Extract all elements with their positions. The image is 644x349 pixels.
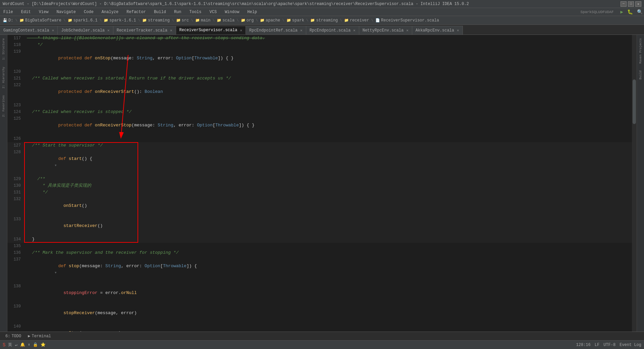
line-code: onStart() [24, 196, 637, 216]
status-ime-label: 英 [8, 342, 12, 348]
structure-panel-icon[interactable]: 1: Structure [2, 38, 5, 60]
folder-icon: 📁 [176, 18, 181, 22]
event-log[interactable]: Event Log [620, 343, 641, 347]
tab-close-rpcendpoint[interactable]: ✕ [353, 28, 356, 33]
breadcrumb-drive[interactable]: 💾D: [1, 17, 14, 23]
code-editor[interactable]: 117 * things like [[BlockGenerator]]s ar… [7, 35, 637, 332]
line-row: 119 protected def onStop(message: String… [7, 48, 637, 68]
tab-gamingcontext[interactable]: GamingContext.scala ✕ [0, 26, 58, 35]
tab-label: RpcEndpointRef.scala [249, 28, 298, 33]
tab-rpcendpoint[interactable]: RpcEndpoint.scala ✕ [306, 26, 359, 35]
tab-close-rpcendpointref[interactable]: ✕ [300, 28, 303, 33]
window-controls[interactable]: ─ □ ✕ [621, 1, 641, 7]
line-row: 125 protected def onReceiverStop(message… [7, 115, 637, 135]
breadcrumb-streaming2[interactable]: 📁streaming [309, 17, 339, 23]
line-row: 122 protected def onReceiverStart(): Boo… [7, 82, 637, 102]
tab-close-receivertracker[interactable]: ✕ [170, 28, 172, 33]
tab-close-gamingcontext[interactable]: ✕ [52, 28, 54, 33]
line-code: def start() { ▾ [24, 149, 637, 176]
left-sidebar: 1: Structure 2: Hierarchy 2: Favorites [0, 35, 7, 332]
line-row: 124 /** Called when receiver is stopped … [7, 109, 637, 115]
line-number: 131 [7, 189, 24, 196]
breadcrumb-scala[interactable]: 📁scala [215, 17, 236, 23]
maven-projects-panel[interactable]: Maven Projects [639, 38, 642, 64]
maximize-button[interactable]: □ [628, 1, 634, 7]
breadcrumb-main[interactable]: 📁main [194, 17, 212, 23]
menu-view[interactable]: View [37, 9, 51, 15]
breadcrumb-bar: 💾D: \ 📁BigDataSoftware \ 📁spark1.6.1 \ 📁… [0, 16, 644, 25]
line-row: 135 [7, 243, 637, 249]
line-number: 119 [7, 48, 24, 68]
breadcrumb-apache[interactable]: 📁apache [259, 17, 281, 23]
drive-icon: 💾 [3, 18, 7, 22]
todo-tab[interactable]: 6: TODO [3, 333, 24, 339]
menu-tools[interactable]: Tools [187, 9, 204, 15]
status-icon1: ↵ [15, 342, 17, 347]
menu-vcs[interactable]: VCS [208, 9, 219, 15]
line-code: stopReceiver(message, error) [24, 303, 637, 323]
tab-receivertracker[interactable]: ReceiverTracker.scala ✕ [113, 26, 176, 35]
tab-jobscheduler[interactable]: JobScheduler.scala ✕ [58, 26, 113, 35]
folder-icon: 📁 [142, 18, 147, 22]
debug-icon[interactable]: 🐛 [627, 9, 633, 15]
breadcrumb-spark-ver[interactable]: 📁spark-1.6.1 [102, 17, 137, 23]
tab-label: ReceiverTracker.scala [117, 28, 167, 33]
breadcrumb-org[interactable]: 📁org [239, 17, 255, 23]
line-row: 121 /** Called when receiver is started.… [7, 75, 637, 82]
folder-icon: 📁 [195, 18, 200, 22]
menu-code[interactable]: Code [82, 9, 96, 15]
build-panel[interactable]: Build [639, 70, 642, 79]
breadcrumb-spark161[interactable]: 📁spark1.6.1 [66, 17, 99, 23]
tab-rpcendpointref[interactable]: RpcEndpointRef.scala ✕ [246, 26, 306, 35]
close-button[interactable]: ✕ [635, 1, 641, 7]
tab-receiversupervisor[interactable]: ReceiverSupervisor.scala ✕ [176, 26, 246, 35]
line-code: */ [24, 42, 637, 48]
menu-file[interactable]: File [1, 9, 15, 15]
tab-close-receiversupervisor[interactable]: ✕ [240, 28, 242, 33]
minimize-button[interactable]: ─ [621, 1, 627, 7]
breadcrumb-file[interactable]: 📄ReceiverSupervisor.scala [374, 17, 440, 23]
breadcrumb-spark[interactable]: 📁spark [285, 17, 306, 23]
line-code [24, 243, 637, 249]
breadcrumb-src[interactable]: 📁src [175, 17, 191, 23]
menu-run[interactable]: Run [172, 9, 183, 15]
run-icon[interactable]: ▶ [621, 9, 623, 15]
tab-close-akkarpcenv[interactable]: ✕ [457, 28, 459, 33]
line-number: 125 [7, 115, 24, 135]
breadcrumb-receiver[interactable]: 📁receiver [343, 17, 371, 23]
tab-nettyrpcenv[interactable]: NettyRpcEnv.scala ✕ [359, 26, 412, 35]
vertical-scrollbar[interactable] [632, 35, 637, 332]
search-icon[interactable]: 🔍 [637, 9, 643, 15]
folder-icon: 📁 [104, 18, 108, 22]
scrollbar-thumb[interactable] [633, 79, 636, 124]
menu-window[interactable]: Window [223, 9, 241, 15]
line-row: 138 stoppingError = error.orNull [7, 283, 637, 303]
menu-refactor[interactable]: Refactor [124, 9, 148, 15]
line-row: 126 [7, 135, 637, 142]
tab-close-jobscheduler[interactable]: ✕ [107, 28, 110, 33]
menu-edit[interactable]: Edit [19, 9, 33, 15]
menu-analyze[interactable]: Analyze [100, 9, 120, 15]
line-number: 135 [7, 243, 24, 249]
favorites-panel-icon[interactable]: 2: Favorites [2, 95, 5, 117]
tab-akkarpcenv[interactable]: AkkaRpcEnv.scala ✕ [412, 26, 463, 35]
line-number: 132 [7, 196, 24, 216]
hierarchy-panel-icon[interactable]: 2: Hierarchy [2, 67, 5, 89]
folder-icon: 📁 [344, 18, 349, 22]
terminal-label: Terminal [32, 334, 51, 339]
line-code: /** Mark the supervisor and the receiver… [24, 249, 637, 256]
breadcrumb-streaming[interactable]: 📁streaming [141, 17, 171, 23]
line-row: 131 */ [7, 189, 637, 196]
status-right: 128:16 LF UTF-8 Event Log [576, 343, 641, 347]
folder-icon: 📁 [310, 18, 315, 22]
line-ending: LF [595, 343, 599, 347]
line-row: 136 /** Mark the supervisor and the rece… [7, 249, 637, 256]
line-row: 117 * things like [[BlockGenerator]]s ar… [7, 35, 637, 42]
breadcrumb-bigdata[interactable]: 📁BigDataSoftware [18, 17, 63, 23]
menu-build[interactable]: Build [152, 9, 168, 15]
menu-help[interactable]: Help [245, 9, 259, 15]
tab-close-nettyrpcenv[interactable]: ✕ [406, 28, 409, 33]
menu-navigate[interactable]: Navigate [54, 9, 78, 15]
terminal-tab[interactable]: ▶ Terminal [25, 333, 54, 339]
cursor-position: 128:16 [576, 343, 591, 347]
